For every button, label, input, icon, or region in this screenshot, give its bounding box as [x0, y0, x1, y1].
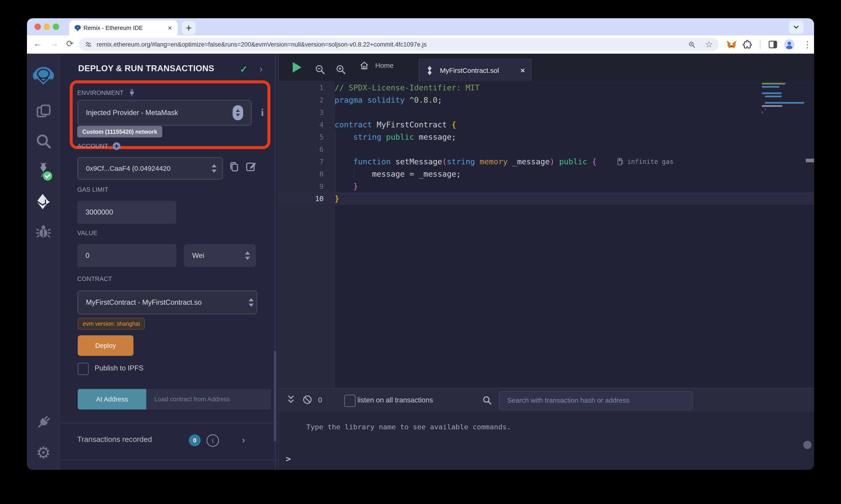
select-arrows-icon [212, 164, 217, 173]
tab-search-button[interactable] [789, 20, 804, 34]
reload-button[interactable]: ⟳ [66, 39, 73, 49]
panel-divider [60, 460, 278, 460]
tab-home[interactable]: Home [359, 60, 394, 71]
back-button[interactable]: ← [33, 39, 42, 48]
metamask-extension-icon[interactable] [726, 39, 737, 50]
zoom-window-button[interactable] [53, 23, 59, 30]
clear-console-icon[interactable] [302, 394, 313, 406]
minimap[interactable] [762, 83, 805, 115]
minimap-line [765, 108, 766, 110]
minimize-window-button[interactable] [44, 23, 50, 30]
tab-file-close-icon[interactable]: × [520, 66, 525, 75]
zoom-in-icon[interactable] [335, 64, 347, 76]
code-line[interactable]: 9 } [279, 180, 814, 193]
code-line[interactable]: 7 function setMessage(string memory _mes… [279, 156, 814, 168]
deploy-run-icon[interactable] [27, 191, 60, 212]
at-address-input[interactable] [146, 389, 271, 410]
account-select[interactable]: 0x9Cf...CaaF4 (0.04924420 [77, 157, 223, 180]
site-settings-icon[interactable] [85, 41, 92, 48]
browser-tab[interactable]: Remix - Ethereum IDE × [69, 20, 177, 35]
listen-all-label[interactable]: listen on all transactions [357, 396, 433, 404]
value-unit-select[interactable]: Wei [184, 244, 256, 267]
gas-limit-label: GAS LIMIT [77, 186, 108, 193]
url-text[interactable]: remix.ethereum.org/#lang=en&optimize=fal… [97, 41, 427, 48]
line-number[interactable]: 6 [279, 145, 334, 154]
value-input[interactable] [77, 244, 176, 267]
zoom-page-icon[interactable] [688, 41, 696, 49]
panel-scrollbar-thumb[interactable] [274, 350, 276, 442]
code-editor[interactable]: 1// SPDX-License-Identifier: MIT2pragma … [279, 81, 814, 388]
value-label: VALUE [77, 230, 97, 237]
tab-file-active[interactable]: MyFirstContract.sol × [419, 59, 531, 82]
settings-gear-icon[interactable]: ⚙ [27, 442, 60, 464]
collapse-terminal-icon[interactable] [286, 394, 296, 406]
line-number[interactable]: 8 [279, 170, 334, 178]
line-number[interactable]: 10 [279, 195, 334, 203]
code-line[interactable]: 10} [279, 193, 814, 205]
contract-label: CONTRACT [77, 275, 112, 283]
deploy-button[interactable]: Deploy [78, 335, 134, 356]
side-panel-icon[interactable] [767, 39, 778, 50]
tab-close-icon[interactable]: × [168, 24, 172, 32]
select-arrows-icon [248, 298, 254, 307]
code-line[interactable]: 6 [279, 143, 814, 156]
transactions-count-badge: 0 [189, 434, 201, 446]
close-window-button[interactable] [35, 23, 41, 30]
tutorial-highlight-box [70, 80, 270, 149]
panel-chevron-icon[interactable]: › [260, 64, 262, 74]
line-number[interactable]: 9 [279, 182, 334, 191]
debugger-bug-icon[interactable] [27, 221, 60, 241]
contract-select[interactable]: MyFirstContract - MyFirstContract.so [77, 290, 257, 314]
file-explorer-icon[interactable] [27, 101, 60, 121]
line-number[interactable]: 4 [279, 121, 334, 129]
code-line[interactable]: 2pragma solidity ^0.8.0; [279, 94, 814, 106]
select-arrows-icon [245, 251, 250, 260]
panel-check-icon: ✓ [240, 64, 248, 75]
transactions-info-icon[interactable]: i [207, 434, 219, 447]
gas-pump-icon [617, 158, 624, 165]
line-number[interactable]: 7 [279, 158, 334, 166]
at-address-button[interactable]: At Address [78, 389, 146, 410]
toolbar-divider [760, 40, 760, 49]
edit-account-icon[interactable] [245, 160, 257, 173]
forward-button: → [50, 39, 58, 48]
code-line[interactable]: 1// SPDX-License-Identifier: MIT [279, 82, 814, 94]
new-tab-button[interactable]: + [182, 21, 195, 35]
screenshot: Remix - Ethereum IDE × + ← → ⟳ remix.eth… [0, 0, 841, 504]
editor-scrollbar-thumb[interactable] [806, 159, 814, 162]
listen-all-checkbox[interactable] [344, 395, 356, 407]
scroll-to-bottom-button[interactable] [803, 441, 811, 449]
plugin-manager-icon[interactable] [27, 412, 60, 433]
solidity-compiler-icon[interactable] [27, 160, 60, 182]
remix-logo-icon[interactable] [27, 65, 60, 87]
code-line[interactable]: 5 string public message; [279, 131, 814, 143]
add-account-icon[interactable] [112, 142, 121, 151]
terminal-search-input[interactable] [499, 391, 693, 410]
copy-account-icon[interactable] [228, 160, 240, 173]
publish-ipfs-checkbox[interactable] [78, 363, 89, 375]
browser-menu-icon[interactable]: ⋮ [803, 39, 812, 50]
minimap-line [762, 99, 805, 102]
line-number[interactable]: 3 [279, 108, 334, 116]
code-line[interactable]: 4contract MyFirstContract { [279, 119, 814, 131]
address-bar[interactable]: remix.ethereum.org/#lang=en&optimize=fal… [79, 38, 719, 51]
gas-limit-input[interactable] [77, 201, 176, 224]
line-number[interactable]: 5 [279, 133, 334, 141]
line-content: // SPDX-License-Identifier: MIT [334, 83, 480, 92]
publish-ipfs-label[interactable]: Publish to IPFS [95, 364, 143, 372]
line-number[interactable]: 2 [279, 96, 334, 104]
line-number[interactable]: 1 [279, 84, 334, 92]
extensions-puzzle-icon[interactable] [742, 39, 753, 50]
profile-avatar[interactable] [784, 39, 795, 50]
terminal-prompt[interactable]: > [286, 454, 291, 464]
search-icon[interactable] [27, 131, 60, 151]
main-area: Home MyFirstContract.sol × 1// SPDX-Lice… [278, 54, 814, 470]
terminal-search-icon [482, 395, 492, 406]
bookmark-star-icon[interactable]: ☆ [705, 39, 713, 49]
run-script-play-icon[interactable] [293, 62, 302, 73]
code-line[interactable]: 8 message = _message; [279, 168, 814, 180]
code-line[interactable]: 3 [279, 106, 814, 119]
transactions-expand-icon[interactable]: › [242, 435, 245, 445]
zoom-out-icon[interactable] [314, 64, 326, 76]
minimap-line [762, 83, 785, 85]
